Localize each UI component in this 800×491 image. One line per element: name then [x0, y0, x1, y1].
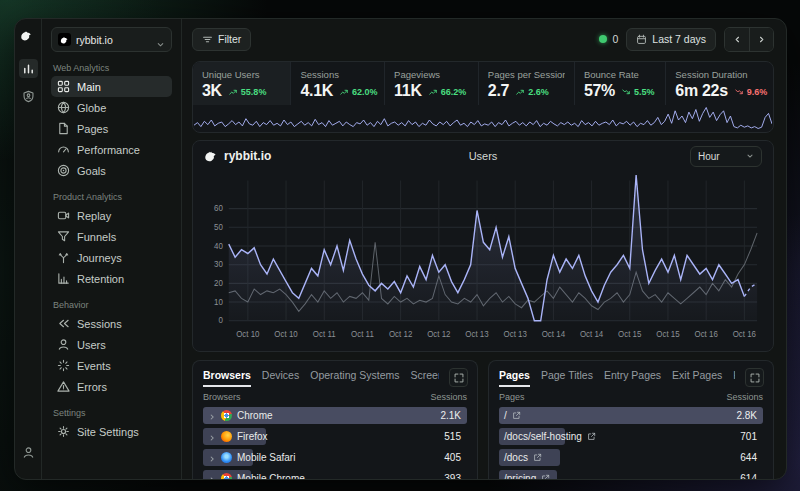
tab-exit-pages[interactable]: Exit Pages [672, 369, 722, 385]
chevron-down-icon [746, 152, 754, 160]
sidebar-item-pages[interactable]: Pages [51, 118, 172, 139]
expand-pages-button[interactable] [745, 368, 764, 387]
tab-operating-systems[interactable]: Operating Systems [310, 369, 399, 385]
tab-page-titles[interactable]: Page Titles [541, 369, 593, 385]
row-label: Firefox [237, 431, 268, 442]
svg-text:Oct 16: Oct 16 [733, 329, 757, 339]
stat-card-pageviews[interactable]: Pageviews 11K 66.2% [385, 62, 479, 105]
section-label-web-analytics: Web Analytics [53, 63, 172, 73]
external-link-icon[interactable] [541, 474, 550, 479]
tab-hostnames[interactable]: Hostnames [733, 369, 735, 385]
stat-delta: 2.6% [516, 87, 549, 97]
tab-devices[interactable]: Devices [262, 369, 299, 385]
next-period-button[interactable] [749, 28, 773, 51]
sidebar-item-journeys[interactable]: Journeys [51, 247, 172, 268]
sidebar-item-goals[interactable]: Goals [51, 160, 172, 181]
tab-pages[interactable]: Pages [499, 369, 530, 387]
filter-icon [202, 34, 213, 45]
table-row--docs-self-hosting[interactable]: /docs/self-hosting701 [499, 428, 763, 445]
rail-analytics-button[interactable] [19, 59, 38, 78]
chevron-right-icon[interactable] [208, 412, 216, 420]
sidebar-item-label: Sessions [77, 318, 122, 330]
table-row--[interactable]: /2.8K [499, 407, 763, 424]
chevron-right-icon[interactable] [208, 454, 216, 462]
sidebar-item-retention[interactable]: Retention [51, 268, 172, 289]
table-row--docs[interactable]: /docs644 [499, 449, 763, 466]
external-link-icon[interactable] [512, 411, 521, 420]
calendar-icon [636, 34, 647, 45]
column-header-right: Sessions [726, 392, 763, 402]
svg-text:Oct 10: Oct 10 [236, 329, 260, 339]
stat-delta: 5.5% [622, 87, 655, 97]
stat-card-unique-users[interactable]: Unique Users 3K 55.8% [193, 62, 291, 105]
row-label: Mobile Chrome [237, 473, 305, 479]
svg-text:20: 20 [214, 278, 223, 288]
section-label-settings: Settings [53, 408, 172, 418]
tab-browsers[interactable]: Browsers [203, 369, 251, 387]
table-row--pricing[interactable]: /pricing614 [499, 470, 763, 479]
sidebar-item-sessions[interactable]: Sessions [51, 313, 172, 334]
row-value: 2.1K [440, 407, 461, 424]
filter-button[interactable]: Filter [192, 28, 251, 51]
expand-icon [750, 373, 760, 383]
funnel-icon [57, 230, 70, 243]
trenddown-icon [622, 88, 632, 96]
globe-icon [57, 101, 70, 114]
rybbit-logo-icon [204, 150, 218, 162]
sidebar-item-label: Retention [77, 273, 124, 285]
table-row-chrome[interactable]: Chrome2.1K [203, 407, 467, 424]
tab-entry-pages[interactable]: Entry Pages [604, 369, 661, 385]
svg-text:Oct 11: Oct 11 [351, 329, 374, 339]
stat-label: Bounce Rate [584, 69, 656, 80]
external-link-icon[interactable] [587, 432, 596, 441]
row-value: 2.8K [736, 407, 757, 424]
sidebar-item-users[interactable]: Users [51, 334, 172, 355]
sidebar-item-funnels[interactable]: Funnels [51, 226, 172, 247]
sidebar-item-performance[interactable]: Performance [51, 139, 172, 160]
main-content: Filter 0 Last 7 days [182, 19, 786, 479]
table-row-mobile-safari[interactable]: Mobile Safari405 [203, 449, 467, 466]
stat-card-bounce-rate[interactable]: Bounce Rate 57% 5.5% [575, 62, 666, 105]
chevron-right-icon[interactable] [208, 433, 216, 441]
sidebar-item-replay[interactable]: Replay [51, 205, 172, 226]
svg-text:0: 0 [218, 315, 223, 325]
split-icon [57, 251, 70, 264]
svg-text:60: 60 [214, 203, 223, 213]
chrome-favicon-icon [221, 410, 232, 421]
row-value: 515 [444, 428, 461, 445]
stat-card-session-duration[interactable]: Session Duration 6m 22s 9.6% [666, 62, 773, 105]
rail-shield-button[interactable] [19, 87, 38, 106]
sidebar-item-errors[interactable]: Errors [51, 376, 172, 397]
tab-screen-dimensions[interactable]: Screen Dimensions [411, 369, 439, 385]
sidebar: rybbit.io Web AnalyticsMainGlobePagesPer… [42, 19, 182, 479]
date-range-button[interactable]: Last 7 days [626, 28, 716, 51]
topbar: Filter 0 Last 7 days [192, 24, 774, 54]
expand-browsers-button[interactable] [449, 368, 468, 387]
external-link-icon[interactable] [533, 453, 542, 462]
stat-value: 57% [584, 82, 615, 100]
rail-account-button[interactable] [19, 443, 38, 462]
row-label: / [504, 410, 507, 421]
table-row-mobile-chrome[interactable]: Mobile Chrome393 [203, 470, 467, 479]
stats-card: Unique Users 3K 55.8% Sessions 4.1K 62.0… [192, 61, 774, 133]
svg-text:Oct 14: Oct 14 [580, 329, 604, 339]
interval-select[interactable]: Hour [690, 146, 762, 167]
users-line-chart[interactable]: 0102030405060Oct 10Oct 10Oct 11Oct 11Oct… [193, 171, 773, 351]
overview-sparkline[interactable] [193, 105, 773, 132]
live-dot-icon [599, 35, 607, 43]
row-value: 393 [444, 470, 461, 479]
sidebar-item-events[interactable]: Events [51, 355, 172, 376]
sidebar-item-label: Globe [77, 102, 106, 114]
stat-card-pages-per-session[interactable]: Pages per Session 2.7 2.6% [479, 62, 575, 105]
stat-card-sessions[interactable]: Sessions 4.1K 62.0% [291, 62, 385, 105]
prev-period-button[interactable] [725, 28, 749, 51]
stat-delta: 55.8% [229, 87, 267, 97]
sidebar-item-main[interactable]: Main [51, 76, 172, 97]
site-selector[interactable]: rybbit.io [51, 27, 172, 52]
sidebar-item-site-settings[interactable]: Site Settings [51, 421, 172, 442]
sidebar-item-globe[interactable]: Globe [51, 97, 172, 118]
stat-delta: 62.0% [340, 87, 378, 97]
chevron-right-icon[interactable] [208, 475, 216, 480]
table-row-firefox[interactable]: Firefox515 [203, 428, 467, 445]
sidebar-item-label: Performance [77, 144, 140, 156]
